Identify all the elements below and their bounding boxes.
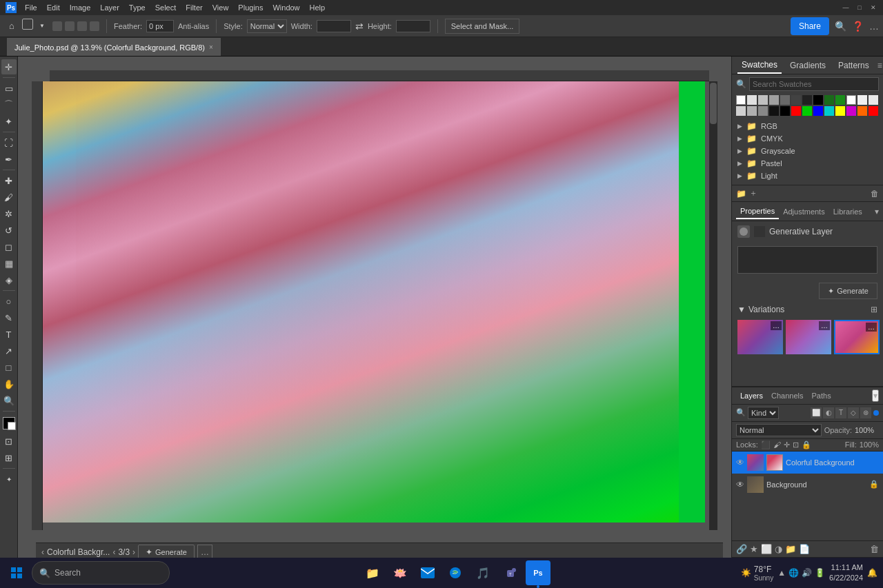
layer-group-btn[interactable]: 📁 [785,544,796,554]
settings-header-icon[interactable]: … [869,21,879,32]
add-selection[interactable] [65,21,75,31]
document-tab[interactable]: Julie_Photo.psd @ 13.9% (Colorful Backgr… [7,38,221,56]
generative-expand[interactable]: ✦ [1,472,17,487]
menu-type[interactable]: Type [129,3,146,12]
share-button[interactable]: Share [791,17,829,35]
swatch-group-cmyk[interactable]: ▶ 📁 CMYK [732,132,883,145]
layer-new-btn[interactable]: 📄 [799,544,810,554]
filter-pixel-btn[interactable]: ⬜ [811,407,822,418]
filter-smart-btn[interactable]: ⊛ [860,407,871,418]
tab-layers[interactable]: Layers [736,389,767,402]
type-tool[interactable]: T [1,327,17,342]
swatch-yellow[interactable] [835,106,845,116]
marquee-tool-rect[interactable] [22,19,33,30]
lock-position-btn[interactable]: ✛ [784,440,790,449]
menu-window[interactable]: Window [272,3,299,12]
marquee-tool-options[interactable]: ▼ [34,19,50,34]
tab-adjustments[interactable]: Adjustments [779,205,829,219]
tab-properties[interactable]: Properties [736,204,779,219]
swatch-gray2[interactable] [758,106,768,116]
variations-grid-icon[interactable]: ⊞ [871,305,877,314]
layer-delete-btn[interactable]: 🗑 [870,544,879,554]
menu-view[interactable]: View [212,3,229,12]
swatch-dark-gray[interactable] [780,95,790,105]
height-input[interactable] [396,20,430,32]
eyedropper-tool[interactable]: ✒ [1,152,17,167]
style-select[interactable]: Normal [247,19,287,33]
nav-prev-button[interactable]: ‹ [41,547,44,557]
tab-paths[interactable]: Paths [808,389,835,402]
swatch-white2[interactable] [846,95,856,105]
new-selection[interactable] [52,21,62,31]
clone-stamp-tool[interactable]: ✲ [1,206,17,221]
nav-next-small[interactable]: › [132,547,135,557]
battery-icon[interactable]: 🔋 [815,568,825,578]
layer-row-background[interactable]: 👁 Background 🔒 [732,474,883,496]
swatch-group-pastel[interactable]: ▶ 📁 Pastel [732,157,883,170]
lock-transparent-btn[interactable]: ⬛ [761,440,771,449]
system-time[interactable]: 11:11 AM 6/22/2024 [829,562,863,584]
swatch-delete[interactable]: 🗑 [871,189,879,199]
tab-channels[interactable]: Channels [767,389,807,402]
eraser-tool[interactable]: ◻ [1,239,17,254]
vertical-scrollbar-thumb[interactable] [710,83,717,124]
swatches-panel-menu[interactable]: ≡ [877,61,882,70]
swatch-orange[interactable] [857,106,867,116]
rectangular-marquee-tool[interactable]: ▭ [1,81,17,96]
hand-tool[interactable]: ✋ [1,376,17,392]
layer-row-colorful-background[interactable]: 👁 Colorful Background [732,452,883,474]
width-height-swap[interactable]: ⇄ [355,21,364,32]
lasso-tool[interactable]: ⌒ [1,97,17,112]
maximize-button[interactable]: □ [855,3,864,12]
select-mask-button[interactable]: Select and Mask... [445,19,520,34]
swatches-search-input[interactable] [749,77,879,91]
blend-mode-select[interactable]: Normal [736,424,822,436]
path-selection-tool[interactable]: ↗ [1,343,17,358]
menu-edit[interactable]: Edit [47,3,60,12]
swatch-green[interactable] [835,95,845,105]
swatch-light-gray[interactable] [747,95,757,105]
home-tool[interactable]: ⌂ [4,19,19,34]
crop-tool[interactable]: ⛶ [1,135,17,150]
variations-expand-icon[interactable]: ▼ [737,305,746,314]
swatch-silver[interactable] [736,106,746,116]
menu-file[interactable]: File [25,3,37,12]
layer-visibility-2[interactable]: 👁 [736,480,744,489]
layer-mask-btn[interactable]: ⬜ [761,544,772,554]
search-header-icon[interactable]: 🔍 [835,21,846,32]
menu-select[interactable]: Select [155,3,177,12]
swatch-darker-gray[interactable] [791,95,801,105]
vertical-scrollbar[interactable] [709,81,717,530]
tray-expand-icon[interactable]: ▲ [777,568,786,578]
swatch-group-rgb[interactable]: ▶ 📁 RGB [732,120,883,132]
foreground-color[interactable] [3,417,15,429]
properties-panel-collapse[interactable]: ▾ [875,207,879,216]
taskbar-app-fileexplorer[interactable]: 📁 [360,560,385,585]
nav-prev-small[interactable]: ‹ [112,547,115,557]
menu-image[interactable]: Image [70,3,91,12]
layer-style-btn[interactable]: ★ [750,544,758,554]
variation-thumb-2[interactable]: … [786,320,831,354]
taskbar-app-music[interactable]: 🎵 [470,560,495,585]
swatch-add[interactable]: ＋ [749,187,757,199]
menu-filter[interactable]: Filter [186,3,202,12]
swatch-near-white[interactable] [857,95,867,105]
filter-type-btn[interactable]: T [835,407,846,418]
start-button[interactable] [6,562,28,584]
generate-action-button[interactable]: ✦ Generate [819,283,877,299]
blur-tool[interactable]: ◈ [1,272,17,287]
shape-tool[interactable]: □ [1,360,17,375]
menu-help[interactable]: Help [310,3,326,12]
canvas-area[interactable] [18,57,731,544]
filter-type-select[interactable]: Kind [748,407,779,419]
history-brush-tool[interactable]: ↺ [1,223,17,238]
filter-adjust-btn[interactable]: ◐ [823,407,834,418]
variation-more-3[interactable]: … [866,323,877,332]
swatch-dark-green[interactable] [824,95,834,105]
swatch-magenta[interactable] [846,106,856,116]
background-color[interactable] [8,422,16,430]
layer-mask-1[interactable] [766,454,783,471]
taskbar-app-mail[interactable] [415,560,440,585]
help-header-icon[interactable]: ❓ [852,21,864,32]
swatch-black[interactable] [813,95,823,105]
